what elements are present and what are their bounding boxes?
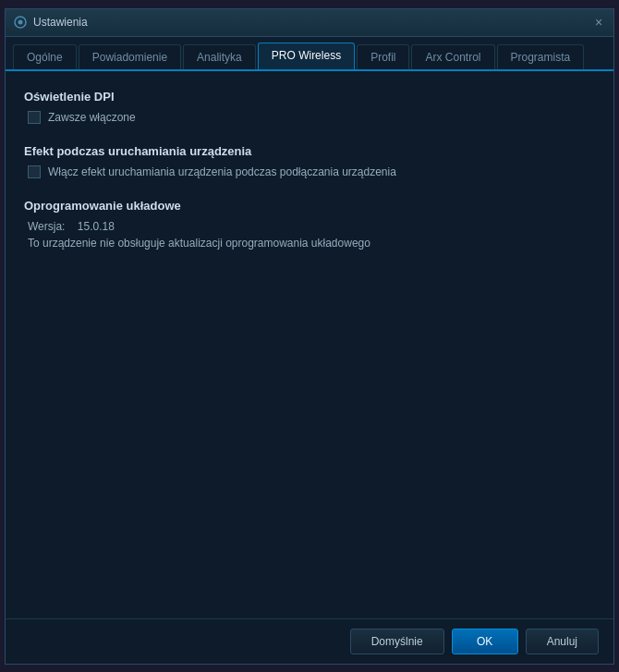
window-title: Ustawienia — [33, 16, 591, 29]
firmware-section-title: Oprogramowanie układowe — [24, 199, 595, 213]
dpi-checkbox-row: Zawsze włączone — [24, 111, 595, 124]
tab-profil[interactable]: Profil — [357, 44, 409, 69]
dpi-section: Oświetlenie DPI Zawsze włączone — [24, 90, 595, 124]
firmware-version-row: Wersja: 15.0.18 — [24, 220, 595, 233]
title-bar: Ustawienia × — [6, 9, 613, 37]
close-button[interactable]: × — [591, 15, 606, 30]
tab-programista[interactable]: Programista — [497, 44, 585, 69]
effect-checkbox-label: Włącz efekt uruchamiania urządzenia podc… — [48, 165, 396, 178]
dpi-checkbox-label: Zawsze włączone — [48, 111, 136, 124]
effect-checkbox-row: Włącz efekt uruchamiania urządzenia podc… — [24, 165, 595, 178]
effect-checkbox[interactable] — [28, 165, 41, 178]
tab-arx-control[interactable]: Arx Control — [411, 44, 494, 69]
cancel-button[interactable]: Anuluj — [526, 629, 599, 654]
tab-analityka[interactable]: Analityka — [183, 44, 256, 69]
tab-bar: Ogólne Powiadomienie Analityka PRO Wirel… — [6, 37, 613, 71]
firmware-note: To urządzenie nie obsługuje aktualizacji… — [24, 237, 595, 250]
footer: Domyślnie OK Anuluj — [6, 618, 613, 664]
effect-section: Efekt podczas uruchamiania urządzenia Wł… — [24, 144, 595, 178]
ok-button[interactable]: OK — [452, 629, 518, 654]
firmware-version-value: 15.0.18 — [78, 220, 115, 233]
settings-window: Ustawienia × Ogólne Powiadomienie Analit… — [5, 8, 614, 665]
tab-powiadomienie[interactable]: Powiadomienie — [79, 44, 181, 69]
app-icon — [13, 15, 28, 30]
dpi-section-title: Oświetlenie DPI — [24, 90, 595, 104]
effect-section-title: Efekt podczas uruchamiania urządzenia — [24, 144, 595, 158]
content-area: Oświetlenie DPI Zawsze włączone Efekt po… — [6, 71, 613, 618]
firmware-version-label: Wersja: — [28, 220, 65, 233]
tab-ogolne[interactable]: Ogólne — [13, 44, 77, 69]
default-button[interactable]: Domyślnie — [350, 629, 444, 654]
dpi-checkbox[interactable] — [28, 111, 41, 124]
svg-point-1 — [18, 20, 23, 25]
firmware-section: Oprogramowanie układowe Wersja: 15.0.18 … — [24, 199, 595, 250]
tab-pro-wireless[interactable]: PRO Wireless — [258, 43, 355, 71]
